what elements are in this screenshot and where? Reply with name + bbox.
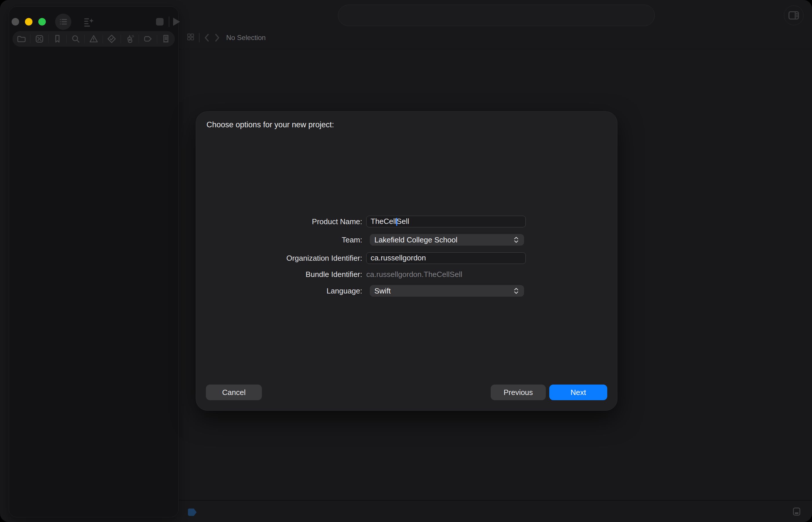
navigator-tab-debug[interactable] (121, 31, 139, 47)
navigator-tab-reports[interactable] (157, 31, 175, 47)
language-popup[interactable]: Swift (370, 285, 524, 297)
chevron-up-down-icon (513, 287, 520, 295)
inspector-toggle-button[interactable] (784, 5, 804, 25)
tab-overview-grid-icon[interactable] (186, 33, 195, 41)
source-control-icon (35, 34, 44, 44)
bundle-identifier-value: ca.russellgordon.TheCellSell (366, 268, 462, 280)
language-label: Language: (196, 285, 362, 297)
writing-tools-button[interactable] (81, 14, 97, 30)
organization-identifier-label: Organization Identifier: (196, 252, 362, 264)
toolbar-search-field[interactable] (338, 5, 655, 26)
language-row: Language: Swift (196, 285, 617, 297)
breadcrumb: No Selection (226, 34, 266, 42)
team-value: Lakefield College School (374, 234, 513, 246)
search-icon (71, 34, 81, 44)
filter-tag-icon[interactable] (187, 508, 198, 517)
tabbar-separator (199, 33, 200, 42)
organization-identifier-value: ca.russellgordon (371, 254, 426, 262)
navigator-tab-bookmarks[interactable] (49, 31, 66, 47)
product-name-field[interactable]: TheCellSell (366, 216, 526, 227)
next-button[interactable]: Next (549, 384, 607, 400)
organization-identifier-row: Organization Identifier: ca.russellgordo… (196, 252, 617, 264)
xcode-window: No Selection Choose options for your new… (0, 0, 812, 522)
navigator-tab-tests[interactable] (103, 31, 121, 47)
report-receipt-icon (161, 34, 171, 44)
run-button[interactable] (173, 18, 180, 26)
navigator-toggle-button[interactable] (55, 14, 72, 30)
navigator-icon-bar (13, 31, 175, 47)
window-zoom-button[interactable] (38, 18, 46, 25)
toolbar-separator (169, 17, 169, 27)
cancel-button[interactable]: Cancel (206, 384, 262, 400)
previous-button[interactable]: Previous (491, 384, 546, 400)
bottom-bar-divider (179, 500, 812, 501)
tag-icon (143, 34, 153, 44)
navigator-tab-find[interactable] (67, 31, 84, 47)
window-minimize-button[interactable] (25, 18, 33, 25)
navigator-tab-breakpoints[interactable] (139, 31, 157, 47)
navigator-tab-issues[interactable] (85, 31, 102, 47)
forward-chevron-icon[interactable] (214, 32, 221, 43)
organization-identifier-field[interactable]: ca.russellgordon (366, 252, 526, 264)
extinguisher-spray-icon (125, 34, 135, 44)
language-value: Swift (374, 285, 513, 297)
product-name-label: Product Name: (196, 216, 362, 227)
list-icon (58, 17, 68, 27)
back-chevron-icon[interactable] (203, 32, 210, 43)
chevron-up-down-icon (513, 236, 520, 244)
team-popup[interactable]: Lakefield College School (370, 234, 524, 246)
bundle-identifier-row: Bundle Identifier: ca.russellgordon.TheC… (196, 268, 617, 280)
navigator-panel (9, 6, 179, 517)
text-cursor (396, 218, 397, 226)
navigator-tab-project[interactable] (13, 31, 30, 47)
product-name-row: Product Name: TheCellSell (196, 216, 617, 227)
editor-tab-bar: No Selection (179, 28, 812, 49)
product-name-value: TheCellSell (371, 217, 409, 226)
warning-triangle-icon (89, 34, 99, 44)
inspector-sidebar-icon (787, 9, 800, 21)
new-project-options-dialog: Choose options for your new project: Pro… (196, 112, 617, 410)
dialog-title: Choose options for your new project: (206, 120, 334, 129)
sparkle-lines-icon (83, 16, 95, 27)
stop-button[interactable] (156, 18, 164, 25)
bookmark-icon (53, 34, 62, 44)
team-row: Team: Lakefield College School (196, 234, 617, 246)
navigator-tab-source-control[interactable] (31, 31, 48, 47)
test-diamond-check-icon (107, 34, 117, 44)
team-label: Team: (196, 234, 362, 246)
window-close-button[interactable] (12, 18, 19, 25)
debug-area-toggle-icon[interactable] (792, 507, 801, 516)
bundle-identifier-label: Bundle Identifier: (196, 268, 362, 280)
folder-icon (17, 34, 26, 44)
